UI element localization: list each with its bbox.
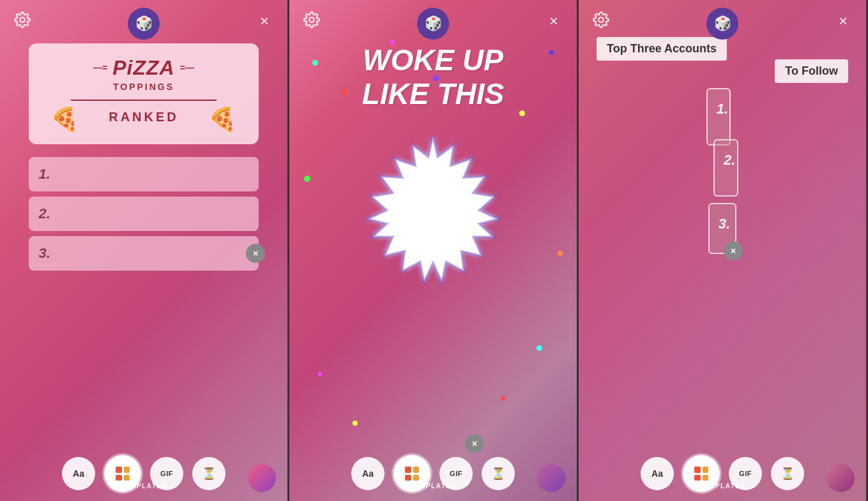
gear-icon-2[interactable] [303, 11, 320, 31]
gear-icon-3[interactable] [593, 11, 609, 31]
dice-button-3[interactable]: 🎲 [706, 8, 738, 40]
panel-pizza: 🎲 × —= PiZZA =— TOPPINGS 🍕 RANKED 🍕 1. [0, 0, 289, 501]
close-button-2[interactable]: × [545, 12, 563, 30]
pizza-toppings-label: TOPPINGS [113, 82, 174, 92]
gear-icon-1[interactable] [14, 11, 31, 31]
timer-tool-3[interactable]: ⏳ [771, 457, 804, 490]
dice-icon-1: 🎲 [135, 15, 153, 32]
rank-box-2-number: 2. [724, 152, 735, 168]
dice-button-2[interactable]: 🎲 [417, 8, 449, 40]
gif-label-3: GIF [739, 470, 752, 477]
panel-1-content: —= PiZZA =— TOPPINGS 🍕 RANKED 🍕 1. 2. [0, 37, 287, 501]
pizza-slice-row: 🍕 RANKED 🍕 [50, 106, 237, 133]
panel-top-accounts: 🎲 × Top Three Accounts To Follow 1. 2. 3… [579, 0, 868, 501]
templates-label-1: TEMPLATES [120, 482, 167, 490]
x-badge-1[interactable]: × [246, 244, 265, 263]
text-tool-2[interactable]: Aa [351, 457, 385, 490]
hourglass-icon-3: ⏳ [780, 467, 795, 481]
top-bar-3: 🎲 × [579, 0, 866, 37]
rank-items-1: 1. 2. 3. × [29, 157, 259, 271]
pizza-title-area: —= PiZZA =— [93, 57, 194, 78]
x-badge-2[interactable]: × [465, 434, 484, 453]
account-labels: Top Three Accounts To Follow [579, 37, 866, 83]
grid-icon-3 [694, 467, 708, 481]
rank-item-1[interactable]: 1. [29, 157, 259, 191]
close-button-1[interactable]: × [255, 12, 273, 30]
aa-label-1: Aa [73, 468, 84, 479]
timer-tool-2[interactable]: ⏳ [482, 457, 515, 490]
woke-line2: LIKE THIS [362, 77, 504, 110]
text-tool-3[interactable]: Aa [641, 457, 674, 490]
rank-2-number: 2. [39, 206, 50, 222]
gif-label-1: GIF [160, 470, 173, 477]
dice-button-1[interactable]: 🎲 [128, 8, 160, 40]
rank-boxes: 1. 2. 3. × [697, 83, 747, 501]
text-tool-1[interactable]: Aa [62, 457, 95, 490]
timer-tool-1[interactable]: ⏳ [192, 457, 225, 490]
dice-icon-2: 🎲 [425, 15, 442, 32]
gif-label-2: GIF [450, 470, 462, 477]
pizza-card: —= PiZZA =— TOPPINGS 🍕 RANKED 🍕 [29, 43, 259, 144]
grid-icon-2 [405, 467, 419, 481]
grid-icon-1 [116, 467, 130, 481]
top-bar-1: 🎲 × [0, 0, 287, 37]
pizza-divider [71, 100, 216, 101]
dice-icon-3: 🎲 [714, 15, 731, 32]
pizza-title: PiZZA [112, 57, 174, 78]
pizza-emoji-left: 🍕 [50, 106, 79, 133]
rank-box-3-number: 3. [719, 216, 730, 232]
aa-label-3: Aa [651, 468, 663, 479]
top-accounts-label: Top Three Accounts [597, 37, 727, 61]
rank-box-1[interactable]: 1. [706, 88, 731, 146]
x-badge-3[interactable]: × [724, 241, 743, 260]
rank-item-2[interactable]: 2. [29, 197, 259, 231]
svg-point-0 [20, 17, 25, 22]
templates-label-2: TEMPLATES [409, 482, 456, 490]
pizza-ranked-label: RANKED [109, 110, 179, 124]
starburst [344, 124, 522, 303]
rank-box-3[interactable]: 3. × [708, 203, 736, 254]
rank-item-3[interactable]: 3. × [29, 236, 259, 271]
hourglass-icon-2: ⏳ [491, 467, 505, 481]
panel-woke: 🎲 × WOKE UP LIKE THIS [289, 0, 579, 501]
hourglass-icon-1: ⏳ [202, 467, 216, 481]
woke-line1: WOKE UP [363, 43, 503, 77]
aa-label-2: Aa [362, 468, 374, 479]
svg-point-2 [598, 17, 604, 22]
to-follow-label: To Follow [775, 59, 848, 83]
rank-3-number: 3. [39, 245, 50, 262]
rank-box-1-number: 1. [717, 101, 728, 117]
pizza-emoji-right: 🍕 [208, 106, 237, 133]
top-bar-2: 🎲 × [289, 0, 577, 37]
panel-2-content: WOKE UP LIKE THIS [289, 37, 577, 501]
woke-headline: WOKE UP LIKE THIS [362, 43, 504, 111]
rank-1-number: 1. [39, 166, 50, 183]
close-button-3[interactable]: × [834, 12, 852, 30]
rank-box-2[interactable]: 2. [713, 139, 738, 197]
svg-point-1 [309, 17, 314, 22]
templates-label-3: TEMPLATES [699, 482, 745, 490]
